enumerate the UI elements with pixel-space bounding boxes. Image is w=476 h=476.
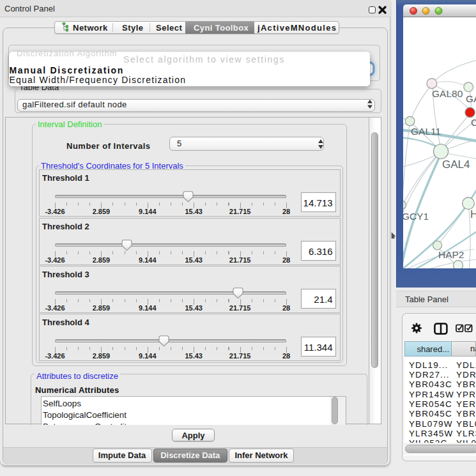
svg-text:GAL80: GAL80 [432,88,463,99]
svg-text:C: C [471,117,476,128]
svg-text:GAL4: GAL4 [442,158,470,171]
svg-text:GCY1: GCY1 [403,211,429,222]
svg-text:GA: GA [466,93,476,104]
svg-text:H: H [470,208,476,220]
svg-text:HAP2: HAP2 [438,249,464,260]
svg-text:GAL11: GAL11 [411,126,441,137]
